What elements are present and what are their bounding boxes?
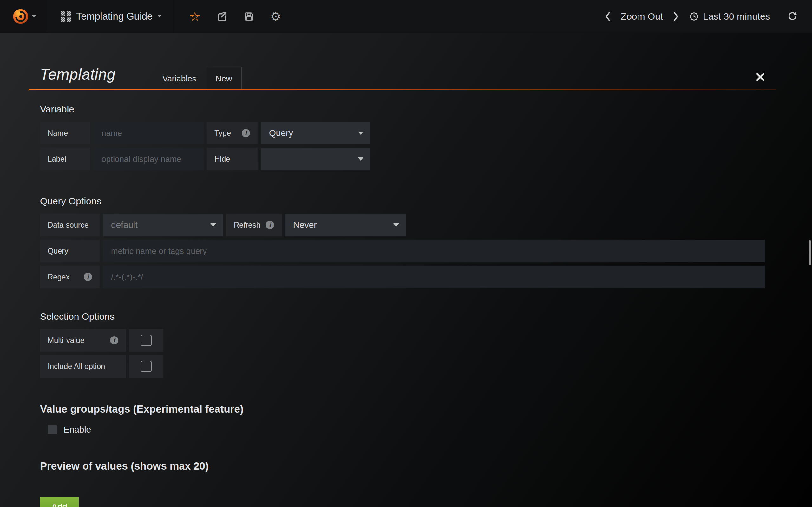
include-all-checkbox[interactable] bbox=[141, 360, 152, 372]
refresh-icon[interactable] bbox=[787, 11, 798, 21]
chevron-down-icon bbox=[393, 223, 399, 227]
close-icon[interactable] bbox=[756, 72, 765, 82]
dashboard-grid-icon bbox=[61, 11, 71, 21]
hide-select[interactable] bbox=[261, 148, 370, 170]
dashboard-actions: ☆ ⚙ bbox=[189, 10, 281, 23]
regex-label: Regex i bbox=[40, 266, 100, 288]
chevron-down-icon bbox=[210, 223, 216, 227]
multi-value-label: Multi-value i bbox=[40, 329, 126, 352]
clock-icon bbox=[689, 11, 699, 21]
share-icon[interactable] bbox=[216, 11, 228, 22]
regex-label-text: Regex bbox=[48, 273, 69, 281]
tab-variables[interactable]: Variables bbox=[153, 67, 206, 90]
tabs: Variables New bbox=[153, 60, 242, 90]
variable-section-heading: Variable bbox=[40, 104, 765, 115]
multi-value-label-text: Multi-value bbox=[48, 336, 84, 345]
variable-label-row: Label Hide bbox=[40, 148, 765, 170]
datasource-select[interactable]: default bbox=[103, 214, 223, 236]
settings-gear-icon[interactable]: ⚙ bbox=[270, 10, 281, 22]
selection-options-heading: Selection Options bbox=[40, 311, 765, 322]
time-controls: Zoom Out Last 30 minutes bbox=[605, 11, 812, 22]
zoom-out-button[interactable]: Zoom Out bbox=[621, 11, 663, 22]
type-label-text: Type bbox=[214, 129, 231, 137]
scrollbar-thumb[interactable] bbox=[809, 240, 811, 265]
refresh-label: Refresh i bbox=[226, 214, 282, 236]
top-navbar: Templating Guide ☆ ⚙ bbox=[0, 0, 812, 33]
save-icon[interactable] bbox=[244, 11, 254, 22]
grafana-main-menu[interactable] bbox=[0, 0, 48, 33]
page-header: Templating Variables New bbox=[29, 60, 776, 90]
dashboard-picker[interactable]: Templating Guide bbox=[48, 0, 174, 33]
chevron-down-icon bbox=[358, 131, 363, 135]
time-range-label: Last 30 minutes bbox=[703, 11, 770, 22]
include-all-checkbox-cell bbox=[129, 355, 163, 378]
enable-checkbox[interactable] bbox=[48, 425, 57, 435]
value-groups-heading: Value groups/tags (Experimental feature) bbox=[40, 403, 765, 415]
datasource-select-value: default bbox=[111, 220, 138, 230]
include-all-label: Include All option bbox=[40, 355, 126, 378]
enable-label: Enable bbox=[63, 425, 91, 435]
info-icon[interactable]: i bbox=[266, 221, 274, 229]
time-back-chevron-icon[interactable] bbox=[605, 12, 611, 21]
query-options-heading: Query Options bbox=[40, 196, 765, 207]
chevron-down-icon bbox=[32, 15, 36, 17]
info-icon[interactable]: i bbox=[84, 273, 92, 281]
info-icon[interactable]: i bbox=[110, 336, 118, 344]
type-select[interactable]: Query bbox=[261, 122, 370, 145]
grafana-logo-icon bbox=[12, 8, 29, 25]
datasource-row: Data source default Refresh i Never bbox=[40, 214, 765, 236]
multi-value-checkbox[interactable] bbox=[141, 335, 152, 346]
variable-name-row: Name Type i Query bbox=[40, 122, 765, 145]
refresh-select-value: Never bbox=[293, 220, 317, 230]
type-label: Type i bbox=[207, 122, 258, 145]
grafana-dashboard-settings: Templating Guide ☆ ⚙ bbox=[0, 0, 812, 507]
chevron-down-icon bbox=[158, 15, 161, 17]
time-range-picker[interactable]: Last 30 minutes bbox=[689, 11, 770, 22]
add-button[interactable]: Add bbox=[40, 497, 79, 507]
label-label: Label bbox=[40, 148, 90, 170]
tab-new[interactable]: New bbox=[206, 67, 242, 90]
name-input[interactable] bbox=[93, 122, 204, 145]
type-select-value: Query bbox=[269, 128, 293, 138]
info-icon[interactable]: i bbox=[242, 129, 250, 137]
time-forward-chevron-icon[interactable] bbox=[673, 12, 679, 21]
query-row: Query bbox=[40, 239, 765, 262]
query-label: Query bbox=[40, 239, 100, 262]
name-label: Name bbox=[40, 122, 90, 145]
include-all-row: Include All option bbox=[40, 355, 765, 378]
query-input[interactable] bbox=[103, 239, 765, 262]
dashboard-title: Templating Guide bbox=[76, 11, 153, 22]
chevron-down-icon bbox=[358, 158, 363, 161]
regex-row: Regex i bbox=[40, 266, 765, 288]
refresh-label-text: Refresh bbox=[234, 221, 260, 229]
refresh-select[interactable]: Never bbox=[285, 214, 406, 236]
multi-value-checkbox-cell bbox=[129, 329, 163, 352]
regex-input[interactable] bbox=[103, 266, 765, 288]
multi-value-row: Multi-value i bbox=[40, 329, 765, 352]
page-title: Templating bbox=[40, 66, 153, 90]
preview-heading: Preview of values (shows max 20) bbox=[40, 460, 765, 472]
label-input[interactable] bbox=[93, 148, 204, 170]
star-icon[interactable]: ☆ bbox=[189, 10, 200, 23]
datasource-label: Data source bbox=[40, 214, 100, 236]
templating-settings-panel: Templating Variables New Variable Name T… bbox=[0, 60, 812, 507]
hide-label: Hide bbox=[207, 148, 258, 170]
enable-row: Enable bbox=[48, 425, 765, 435]
